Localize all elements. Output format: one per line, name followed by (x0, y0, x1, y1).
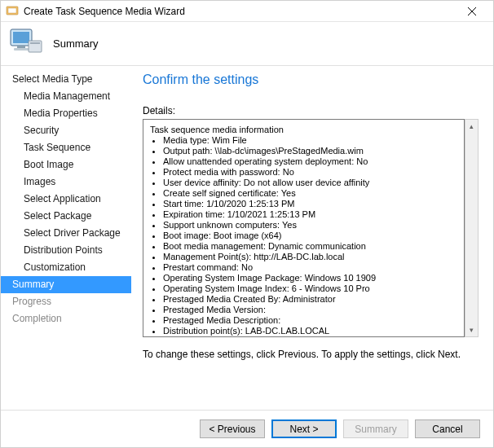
sidebar-item-images[interactable]: Images (1, 173, 131, 191)
sidebar-item-progress: Progress (1, 293, 131, 310)
detail-item: Total size of media content, MB: 4897 (163, 336, 459, 337)
previous-button[interactable]: < Previous (200, 419, 265, 438)
scroll-up-arrow-icon[interactable]: ▴ (465, 120, 478, 133)
svg-rect-7 (14, 48, 29, 51)
sidebar-item-media-properties[interactable]: Media Properties (1, 105, 131, 122)
wizard-window: Create Task Sequence Media Wizard Summar… (0, 0, 494, 448)
detail-item: Prestaged Media Version: (163, 305, 459, 315)
hint-text: To change these settings, click Previous… (143, 349, 479, 360)
detail-item: Allow unattended operating system deploy… (163, 156, 459, 167)
body: Select Media TypeMedia ManagementMedia P… (1, 66, 493, 410)
detail-item: Management Point(s): http://LAB-DC.lab.l… (163, 252, 459, 262)
svg-rect-9 (30, 42, 40, 44)
detail-item: Operating System Image Index: 6 - Window… (163, 283, 459, 294)
sidebar-item-task-sequence[interactable]: Task Sequence (1, 139, 131, 156)
scrollbar[interactable]: ▴ ▾ (465, 119, 479, 337)
sidebar-item-distribution-points[interactable]: Distribution Points (1, 242, 131, 259)
detail-item: Media type: Wim File (163, 135, 459, 146)
sidebar-item-select-application[interactable]: Select Application (1, 191, 131, 208)
sidebar-item-summary[interactable]: Summary (1, 276, 131, 293)
sidebar-item-customization[interactable]: Customization (1, 259, 131, 276)
sidebar-item-select-media-type[interactable]: Select Media Type (1, 71, 131, 88)
banner: Summary (1, 22, 493, 66)
svg-rect-5 (13, 32, 29, 43)
sidebar: Select Media TypeMedia ManagementMedia P… (1, 66, 131, 410)
details-label: Details: (143, 105, 479, 116)
close-button[interactable] (456, 2, 488, 21)
sidebar-item-completion: Completion (1, 310, 131, 327)
detail-item: Prestaged Media Created By: Administrato… (163, 294, 459, 305)
detail-item: Output path: \\lab-dc\images\PreStagedMe… (163, 146, 459, 156)
sidebar-item-select-driver-package[interactable]: Select Driver Package (1, 225, 131, 242)
titlebar: Create Task Sequence Media Wizard (1, 1, 493, 22)
sidebar-item-media-management[interactable]: Media Management (1, 88, 131, 105)
content: Confirm the settings Details: Task seque… (131, 66, 493, 410)
detail-item: Support unknown computers: Yes (163, 220, 459, 231)
sidebar-item-select-package[interactable]: Select Package (1, 208, 131, 225)
scroll-down-arrow-icon[interactable]: ▾ (465, 323, 478, 336)
cancel-button[interactable]: Cancel (415, 419, 480, 438)
detail-item: Start time: 1/10/2020 1:25:13 PM (163, 199, 459, 209)
detail-item: Prestart command: No (163, 262, 459, 273)
detail-item: Boot image: Boot image (x64) (163, 231, 459, 241)
page-title: Summary (53, 37, 99, 50)
window-title: Create Task Sequence Media Wizard (24, 6, 456, 17)
app-icon (6, 5, 19, 18)
section1-list: Media type: Wim FileOutput path: \\lab-d… (163, 135, 459, 337)
sidebar-item-boot-image[interactable]: Boot Image (1, 156, 131, 173)
detail-item: Operating System Image Package: Windows … (163, 273, 459, 283)
svg-rect-1 (8, 8, 16, 13)
computer-monitor-icon (9, 26, 45, 61)
sidebar-item-security[interactable]: Security (1, 122, 131, 139)
footer: < Previous Next > Summary Cancel (1, 410, 493, 447)
details-box: Task sequence media information Media ty… (143, 119, 465, 337)
detail-item: Prestaged Media Description: (163, 315, 459, 326)
section1-title: Task sequence media information (150, 125, 459, 135)
detail-item: Protect media with password: No (163, 167, 459, 178)
detail-item: Expiration time: 1/10/2021 1:25:13 PM (163, 209, 459, 220)
detail-item: User device affinity: Do not allow user … (163, 178, 459, 188)
detail-item: Boot media management: Dynamic communica… (163, 241, 459, 252)
heading: Confirm the settings (143, 72, 479, 87)
details-wrap: Task sequence media information Media ty… (143, 119, 479, 337)
svg-rect-6 (17, 46, 25, 48)
detail-item: Create self signed certificate: Yes (163, 188, 459, 199)
detail-item: Distribution point(s): LAB-DC.LAB.LOCAL (163, 326, 459, 336)
summary-button: Summary (343, 419, 408, 438)
next-button[interactable]: Next > (271, 419, 337, 438)
